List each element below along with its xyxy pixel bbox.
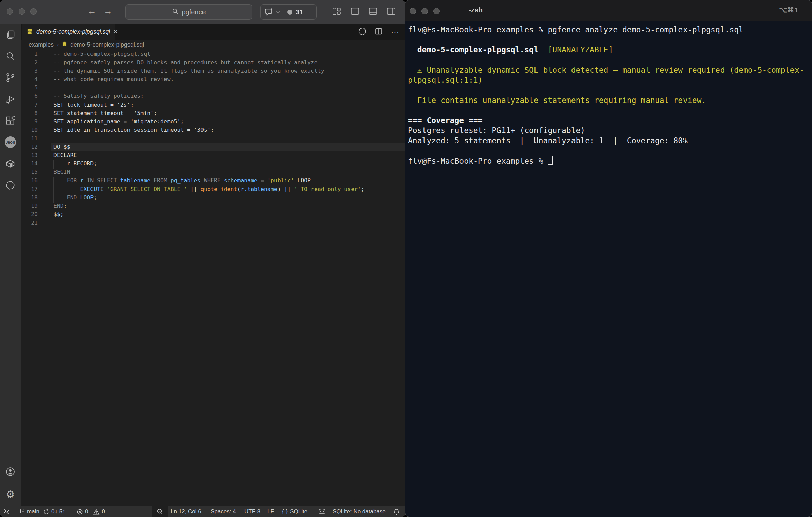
code-line[interactable]: 9SET application_name = 'migrate:demo5'; [21, 117, 405, 126]
toggle-primary-sidebar-icon[interactable] [350, 7, 359, 16]
breadcrumb[interactable]: examples › demo-5-complex-plpgsql.sql [21, 40, 405, 50]
breadcrumb-folder[interactable]: examples [29, 41, 54, 49]
more-actions-icon[interactable]: ··· [391, 28, 399, 36]
code-line[interactable]: 17 EXECUTE 'GRANT SELECT ON TABLE ' || q… [21, 185, 405, 193]
code-line[interactable]: 7SET lock_timeout = '2s'; [21, 100, 405, 109]
sidebar-item-source-control[interactable] [0, 69, 21, 86]
sidebar-item-extensions[interactable] [0, 112, 21, 129]
code-line[interactable]: 15BEGIN [21, 168, 405, 176]
sidebar-item-json-extension[interactable]: Json [0, 133, 21, 151]
code-line[interactable]: 1-- demo-5-complex-plpgsql.sql [21, 50, 405, 58]
chevron-down-icon[interactable] [276, 9, 280, 15]
zoom-button[interactable] [30, 8, 37, 15]
sqlite-database-status[interactable]: SQLite: No database [333, 506, 386, 517]
eol-status[interactable]: LF [267, 506, 274, 517]
code-line[interactable]: 2-- pgfence safely parses DO blocks and … [21, 58, 405, 66]
code-line[interactable]: 4-- what code requires manual review. [21, 75, 405, 83]
terminal-row: === Coverage === [408, 115, 810, 125]
terminal-row [408, 146, 810, 156]
line-number: 10 [21, 126, 38, 134]
sidebar-item-explorer[interactable] [0, 26, 21, 43]
json-badge-icon: Json [5, 136, 16, 148]
error-count: 0 [85, 508, 88, 515]
notifications-bell-icon[interactable] [393, 506, 400, 517]
code-line[interactable]: 10SET idle_in_transaction_session_timeou… [21, 126, 405, 134]
code-line[interactable]: 19END; [21, 202, 405, 210]
line-number: 6 [21, 92, 38, 100]
minimize-button[interactable] [19, 8, 25, 15]
code-line[interactable]: 13DECLARE [21, 151, 405, 159]
code-line[interactable]: 16 FOR r IN SELECT tablename FROM pg_tab… [21, 176, 405, 185]
close-button[interactable] [410, 8, 416, 14]
toggle-secondary-sidebar-icon[interactable] [387, 7, 396, 16]
tab-demo-5-complex-plpgsql[interactable]: demo-5-complex-plpgsql.sql ✕ [22, 24, 115, 40]
vscode-title-bar: ← → pgfence [0, 0, 405, 24]
code-line[interactable]: 5 [21, 83, 405, 92]
line-number: 3 [21, 66, 38, 75]
sidebar-item-openai[interactable] [0, 177, 21, 194]
code-line[interactable]: 14 r RECORD; [21, 159, 405, 168]
traffic-lights [7, 8, 37, 15]
line-number: 8 [21, 109, 38, 117]
encoding-status[interactable]: UTF-8 [244, 506, 260, 517]
split-editor-icon[interactable] [375, 27, 383, 37]
account-icon[interactable] [0, 463, 21, 480]
tab-label: demo-5-complex-plpgsql.sql [36, 28, 110, 35]
toggle-panel-icon[interactable] [369, 7, 377, 16]
command-center-search[interactable]: pgfence [125, 4, 252, 20]
zoom-button[interactable] [433, 8, 440, 14]
indentation-status[interactable]: Spaces: 4 [210, 506, 236, 517]
search-icon [172, 8, 179, 17]
problems-status[interactable]: 0 0 [77, 506, 105, 517]
line-number: 21 [21, 218, 38, 227]
copilot-usage-count[interactable]: 31 [296, 8, 303, 16]
code-line[interactable]: 12DO $$ [21, 143, 405, 151]
code-line[interactable]: 21 [21, 218, 405, 227]
zoom-out-status[interactable] [152, 506, 168, 517]
terminal-row: Postgres ruleset: PG11+ (configurable) [408, 125, 810, 135]
sync-status[interactable]: 0↓ 5↑ [43, 506, 65, 517]
sync-counts: 0↓ 5↑ [52, 508, 65, 515]
terminal-row: plpgsql.sql:1:1) [408, 75, 810, 85]
terminal-row: flv@Fs-MacBook-Pro examples % [408, 156, 810, 166]
terminal-cursor [548, 156, 553, 165]
remote-indicator[interactable] [3, 506, 10, 517]
code-line[interactable]: 20$$; [21, 210, 405, 218]
breadcrumb-file[interactable]: demo-5-complex-plpgsql.sql [70, 41, 144, 49]
copilot-chat-icon[interactable] [265, 7, 274, 17]
back-button[interactable]: ← [87, 6, 96, 17]
openai-icon[interactable] [358, 27, 367, 37]
git-branch-status[interactable]: main [19, 506, 39, 517]
close-button[interactable] [7, 8, 13, 15]
customize-layout-icon[interactable] [332, 7, 341, 16]
terminal-shortcut-badge: ⌥⌘1 [779, 6, 798, 14]
sidebar-item-run-debug[interactable] [0, 90, 21, 108]
terminal-output[interactable]: flv@Fs-MacBook-Pro examples % pgfence an… [408, 25, 810, 166]
code-editor[interactable]: 1-- demo-5-complex-plpgsql.sql2-- pgfenc… [21, 50, 405, 506]
tab-close-icon[interactable]: ✕ [113, 28, 118, 35]
line-number: 5 [21, 83, 38, 92]
line-number: 14 [21, 159, 38, 168]
line-number: 17 [21, 185, 38, 193]
code-line[interactable]: 11 [21, 134, 405, 143]
code-line[interactable]: 18 END LOOP; [21, 193, 405, 202]
code-line[interactable]: 6-- Satisfy safety policies: [21, 92, 405, 100]
terminal-row [408, 105, 810, 115]
sidebar-item-containers[interactable] [0, 155, 21, 173]
braces-icon: { } [282, 509, 288, 515]
terminal-row: flv@Fs-MacBook-Pro examples % pgfence an… [408, 25, 810, 35]
code-line[interactable]: 8SET statement_timeout = '5min'; [21, 109, 405, 117]
terminal-title-bar: -zsh ⌥⌘1 [405, 0, 812, 21]
forward-button[interactable]: → [104, 6, 112, 17]
cursor-position[interactable]: Ln 12, Col 6 [171, 506, 202, 517]
copilot-pill[interactable]: 31 [260, 4, 317, 20]
sidebar-item-search[interactable] [0, 48, 21, 65]
settings-gear-icon[interactable]: ⚙ [0, 485, 21, 503]
traffic-lights [410, 8, 440, 14]
minimize-button[interactable] [422, 8, 428, 14]
terminal-row [408, 55, 810, 65]
terminal-window: -zsh ⌥⌘1 flv@Fs-MacBook-Pro examples % p… [405, 0, 812, 517]
code-line[interactable]: 3-- the dynamic SQL inside them. It flag… [21, 66, 405, 75]
language-mode[interactable]: { } SQLite [282, 506, 308, 517]
copilot-status-icon[interactable] [318, 506, 326, 517]
